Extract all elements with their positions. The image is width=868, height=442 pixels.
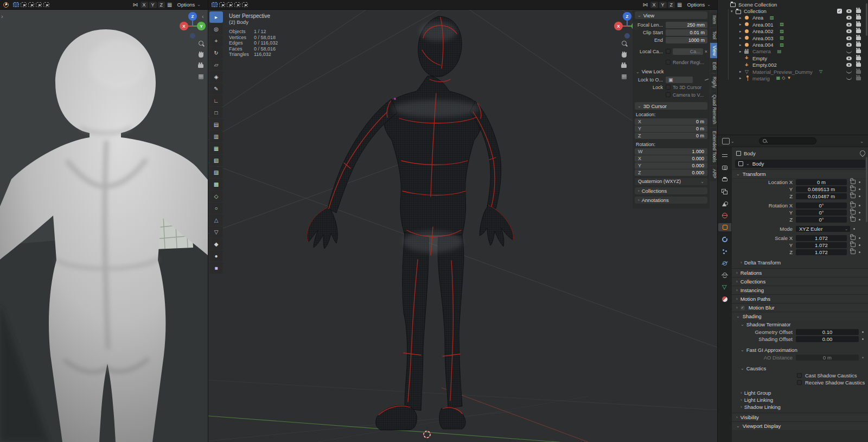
view-lock-subheader[interactable]: ⌄View Lock bbox=[636, 69, 707, 74]
outliner-row[interactable]: Scene Collection bbox=[718, 1, 868, 8]
eyedropper-icon[interactable]: ∕ bbox=[705, 77, 709, 82]
tool-button[interactable]: ✎ bbox=[209, 83, 223, 94]
outliner-row[interactable]: Area.003 bbox=[718, 35, 868, 41]
pan-hand-icon[interactable] bbox=[197, 51, 205, 58]
tool-button[interactable]: ● bbox=[209, 250, 223, 262]
collapsed-panel-header[interactable]: › Relations bbox=[732, 268, 868, 277]
collapsed-panel-header[interactable]: › ✓ Motion Blur bbox=[732, 303, 868, 312]
expand-arrow[interactable] bbox=[739, 43, 744, 47]
transform-value-field[interactable]: 0 m ⌄ bbox=[796, 179, 847, 185]
render-visibility-icon[interactable] bbox=[856, 49, 861, 53]
fast-gi-header[interactable]: ⌄Fast GI Approximation bbox=[732, 346, 868, 353]
object-name[interactable]: Area.003 bbox=[752, 35, 774, 41]
collapsed-panel-header[interactable]: › Collections bbox=[732, 277, 868, 286]
render-visibility-icon[interactable] bbox=[856, 9, 861, 13]
object-name[interactable]: Area bbox=[752, 15, 763, 21]
render-visibility-icon[interactable] bbox=[856, 43, 861, 47]
gizmo-negative-z[interactable] bbox=[190, 33, 195, 39]
transform-value-field[interactable]: XYZ Euler ⌄ bbox=[796, 226, 850, 232]
tool-button[interactable]: ▧ bbox=[209, 155, 223, 166]
shading-value-field[interactable]: 0.00 bbox=[796, 336, 859, 342]
object-name[interactable]: Camera bbox=[752, 48, 771, 54]
transform-value-field[interactable]: 0.089513 m ⌄ bbox=[796, 186, 847, 192]
eye-visibility-icon[interactable] bbox=[846, 70, 852, 73]
eye-visibility-icon[interactable] bbox=[846, 23, 852, 27]
shading-value-field[interactable]: 0.10 bbox=[796, 329, 859, 335]
tool-button[interactable]: ▱ bbox=[209, 59, 223, 71]
lock-icon[interactable] bbox=[851, 203, 856, 207]
local-camera-checkbox[interactable] bbox=[666, 49, 671, 54]
zoom-icon[interactable] bbox=[197, 40, 205, 47]
expand-arrow[interactable] bbox=[739, 49, 744, 54]
cursor-location-field[interactable]: Y0 m bbox=[635, 125, 707, 132]
viewport-right[interactable]: ⋈ XYZ ▦ Options ⌄ ▸ ◎ + ↻ ▱ ◈ ✎ ∟ bbox=[208, 0, 717, 442]
editor-type-icon[interactable] bbox=[722, 138, 730, 144]
lock-object-field[interactable]: ▣ bbox=[666, 77, 693, 83]
eye-visibility-icon[interactable] bbox=[846, 29, 852, 33]
properties-tab[interactable] bbox=[718, 211, 731, 219]
sub-collapsed-header[interactable]: ›Light Group bbox=[732, 389, 868, 396]
properties-tab[interactable] bbox=[718, 271, 731, 279]
tool-button[interactable]: ■ bbox=[209, 262, 223, 274]
render-visibility-icon[interactable] bbox=[856, 29, 861, 33]
properties-tab[interactable] bbox=[718, 199, 731, 207]
lock-icon[interactable] bbox=[851, 210, 856, 214]
outliner-row[interactable]: Collection ✓ bbox=[718, 8, 868, 14]
mirror-axis-button[interactable]: X bbox=[650, 2, 658, 8]
properties-tab[interactable] bbox=[718, 151, 731, 160]
camera-view-icon[interactable] bbox=[621, 62, 628, 69]
outliner-row[interactable]: Area bbox=[718, 15, 868, 21]
render-visibility-icon[interactable] bbox=[856, 36, 861, 40]
tool-button[interactable]: ▸ bbox=[209, 11, 223, 23]
value-field[interactable]: 0.01 m bbox=[666, 29, 707, 36]
expand-arrow[interactable] bbox=[739, 22, 744, 27]
sidebar-tab[interactable]: ARP bbox=[710, 166, 717, 181]
tool-button[interactable]: ↻ bbox=[209, 47, 223, 59]
sidebar-tab[interactable]: Extended Tools bbox=[710, 128, 717, 165]
outliner-row[interactable]: Camera bbox=[718, 48, 868, 55]
outliner-row[interactable]: Empty bbox=[718, 55, 868, 61]
outliner-row[interactable]: Area.002 bbox=[718, 28, 868, 35]
render-visibility-icon[interactable] bbox=[856, 63, 861, 67]
collapsed-panel-header[interactable]: ›Visibility bbox=[732, 413, 868, 421]
properties-scrollbar[interactable] bbox=[866, 157, 867, 222]
outliner-editor[interactable]: Scene Collection Collection ✓ bbox=[717, 0, 868, 135]
object-name[interactable]: Scene Collection bbox=[738, 2, 777, 8]
properties-tab[interactable] bbox=[718, 235, 731, 243]
sub-collapsed-header[interactable]: ›Shadow Linking bbox=[732, 403, 868, 411]
transform-value-field[interactable]: 0.010487 m ⌄ bbox=[796, 193, 847, 199]
animate-dot[interactable] bbox=[859, 237, 860, 239]
expand-arrow[interactable] bbox=[739, 70, 744, 74]
object-name[interactable]: metarig bbox=[752, 75, 770, 81]
render-visibility-icon[interactable] bbox=[856, 77, 861, 80]
object-name-field[interactable]: ⌄ Body bbox=[735, 160, 865, 168]
object-name[interactable]: Empty bbox=[752, 55, 767, 61]
select-mode-icon[interactable] bbox=[227, 2, 233, 7]
camera-view-icon[interactable] bbox=[197, 62, 205, 69]
pan-hand-icon[interactable] bbox=[621, 51, 628, 58]
toolbar-expand-arrow[interactable]: › bbox=[1, 13, 3, 20]
select-mode-icon[interactable] bbox=[242, 2, 248, 7]
tool-button[interactable]: ◆ bbox=[209, 238, 223, 250]
animate-dot[interactable] bbox=[859, 244, 860, 246]
lock-icon[interactable] bbox=[851, 236, 856, 240]
render-visibility-icon[interactable] bbox=[856, 56, 861, 60]
collapsed-panel-header[interactable]: › Motion Paths bbox=[732, 294, 868, 303]
animate-dot[interactable] bbox=[859, 205, 860, 206]
animate-dot[interactable] bbox=[862, 331, 864, 333]
tool-button[interactable]: + bbox=[209, 35, 223, 47]
zoom-icon[interactable] bbox=[621, 40, 628, 47]
collapsed-panel-header[interactable]: › Instancing bbox=[732, 286, 868, 294]
gizmo-z-axis[interactable]: Z bbox=[623, 12, 631, 21]
properties-tab[interactable] bbox=[718, 163, 731, 172]
sidebar-tab[interactable]: Rigify bbox=[710, 74, 717, 91]
value-field[interactable]: 250 mm bbox=[666, 22, 707, 28]
tool-button[interactable]: ▩ bbox=[209, 179, 223, 190]
object-name[interactable]: Area.001 bbox=[752, 22, 774, 28]
view-panel-header[interactable]: ⌄View bbox=[635, 11, 707, 19]
ao-distance-field[interactable]: 0 m bbox=[796, 355, 859, 361]
select-mode-icon[interactable] bbox=[21, 2, 27, 7]
delta-transform-header[interactable]: ›Delta Transform bbox=[732, 258, 868, 266]
mirror-icon[interactable]: ⋈ bbox=[643, 2, 648, 8]
object-name[interactable]: Area.004 bbox=[752, 42, 774, 48]
